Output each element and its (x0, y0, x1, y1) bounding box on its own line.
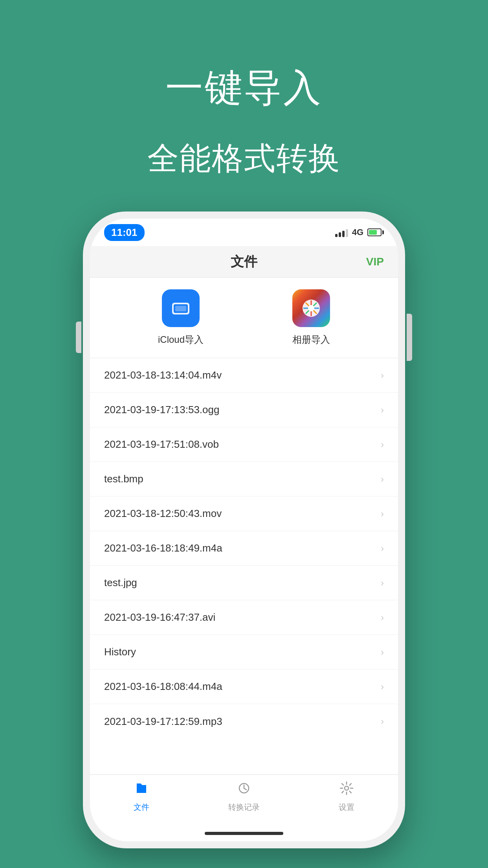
network-type: 4G (352, 227, 363, 237)
chevron-right-icon: › (381, 405, 384, 416)
photos-import-button[interactable]: 相册导入 (292, 289, 330, 346)
file-item[interactable]: 2021-03-19-17:12:59.mp3 › (90, 704, 398, 739)
hero-subtitle: 全能格式转换 (147, 138, 341, 180)
phone-mockup: 11:01 4G (83, 211, 405, 848)
file-name: 2021-03-19-17:51:08.vob (104, 438, 219, 451)
file-item[interactable]: History › (90, 635, 398, 669)
settings-tab-label: 设置 (339, 802, 354, 813)
file-item[interactable]: 2021-03-18-13:14:04.m4v › (90, 358, 398, 393)
chevron-right-icon: › (381, 681, 384, 692)
svg-rect-2 (175, 306, 186, 311)
vip-button[interactable]: VIP (366, 256, 384, 268)
file-item[interactable]: 2021-03-16-18:18:49.m4a › (90, 531, 398, 566)
import-section: iCloud导入 (90, 278, 398, 358)
file-name: History (104, 646, 136, 658)
file-name: 2021-03-19-17:13:53.ogg (104, 404, 219, 416)
page-title: 文件 (231, 253, 257, 271)
status-icons: 4G (335, 227, 384, 237)
svg-point-4 (308, 305, 314, 311)
signal-icon (335, 228, 348, 237)
status-bar: 11:01 4G (90, 219, 398, 246)
tab-files[interactable]: 文件 (110, 781, 173, 813)
file-name: 2021-03-19-17:12:59.mp3 (104, 715, 222, 728)
files-tab-label: 文件 (134, 802, 149, 813)
history-tab-icon (237, 781, 251, 799)
chevron-right-icon: › (381, 577, 384, 588)
file-item[interactable]: 2021-03-18-12:50:43.mov › (90, 497, 398, 531)
icloud-icon (162, 289, 200, 327)
file-item[interactable]: 2021-03-19-17:51:08.vob › (90, 427, 398, 462)
file-list: 2021-03-18-13:14:04.m4v › 2021-03-19-17:… (90, 358, 398, 774)
photos-icon (292, 289, 330, 327)
chevron-right-icon: › (381, 647, 384, 658)
file-name: 2021-03-16-18:18:49.m4a (104, 542, 222, 554)
home-indicator (90, 826, 398, 841)
file-item[interactable]: 2021-03-16-18:08:44.m4a › (90, 669, 398, 704)
chevron-right-icon: › (381, 612, 384, 623)
chevron-right-icon: › (381, 508, 384, 519)
chevron-right-icon: › (381, 439, 384, 450)
hero-title: 一键导入 (165, 63, 323, 114)
file-item[interactable]: test.jpg › (90, 566, 398, 600)
file-name: test.jpg (104, 577, 137, 589)
history-tab-label: 转换记录 (228, 802, 260, 813)
icloud-import-label: iCloud导入 (158, 333, 204, 346)
chevron-right-icon: › (381, 474, 384, 485)
files-tab-icon (134, 781, 149, 799)
file-name: 2021-03-18-12:50:43.mov (104, 508, 222, 520)
chevron-right-icon: › (381, 370, 384, 381)
svg-point-6 (345, 786, 349, 790)
chevron-right-icon: › (381, 716, 384, 727)
photos-import-label: 相册导入 (292, 333, 330, 346)
file-item[interactable]: 2021-03-19-17:13:53.ogg › (90, 393, 398, 427)
tab-settings[interactable]: 设置 (315, 781, 378, 813)
file-item[interactable]: test.bmp › (90, 462, 398, 497)
chevron-right-icon: › (381, 543, 384, 554)
tab-history[interactable]: 转换记录 (213, 781, 275, 813)
file-name: 2021-03-16-18:08:44.m4a (104, 680, 222, 693)
tab-bar: 文件 转换记录 (90, 774, 398, 826)
home-bar (205, 832, 283, 835)
navigation-bar: 文件 VIP (90, 246, 398, 278)
file-name: 2021-03-18-13:14:04.m4v (104, 369, 222, 381)
file-name: 2021-03-19-16:47:37.avi (104, 611, 215, 623)
settings-tab-icon (339, 781, 354, 799)
status-time: 11:01 (104, 224, 145, 241)
battery-icon (367, 228, 384, 236)
icloud-import-button[interactable]: iCloud导入 (158, 289, 204, 346)
file-name: test.bmp (104, 473, 143, 485)
file-item[interactable]: 2021-03-19-16:47:37.avi › (90, 600, 398, 635)
